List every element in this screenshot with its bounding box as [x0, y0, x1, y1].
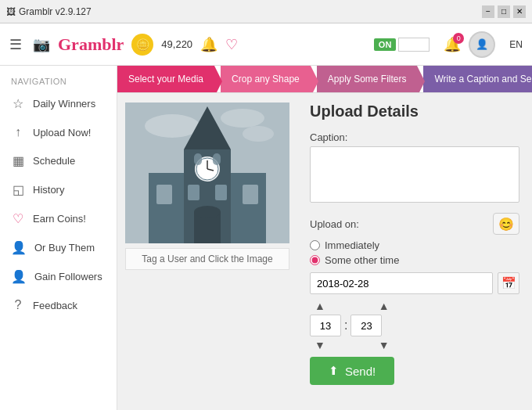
app-icon: 🖼 [6, 6, 16, 17]
titlebar-title: 🖼 Gramblr v2.9.127 [6, 6, 92, 17]
sidebar-item-or-buy-them[interactable]: 👤 Or Buy Them [0, 233, 117, 262]
sidebar-item-daily-winners[interactable]: ☆ Daily Winners [0, 89, 117, 118]
step-3[interactable]: Apply Some Filters [317, 66, 418, 92]
svg-rect-10 [243, 185, 258, 204]
svg-rect-15 [194, 153, 202, 165]
heart-icon[interactable]: 🔔 [200, 36, 217, 53]
coin-icon: 🪙 [131, 34, 153, 56]
time-colon: : [344, 318, 347, 333]
panels: Tag a User and Click the Image Upload De… [117, 93, 532, 410]
instagram-icon: 📷 [33, 36, 50, 53]
radio-immediately[interactable]: Immediately [310, 239, 519, 251]
sidebar: Navigation ☆ Daily Winners ↑ Upload Now!… [0, 66, 117, 410]
hour-up-button[interactable]: ▲ [311, 300, 329, 311]
sidebar-item-label: Schedule [33, 155, 75, 167]
date-row: 📅 [310, 272, 519, 294]
main-layout: Navigation ☆ Daily Winners ↑ Upload Now!… [0, 66, 532, 410]
steps-bar: Select your Media Crop any Shape Apply S… [117, 66, 532, 93]
menu-icon[interactable]: ☰ [9, 36, 22, 53]
upload-on-label: Upload on: [310, 218, 359, 230]
heart-icon2[interactable]: ♡ [225, 36, 238, 53]
titlebar-controls: − □ ✕ [482, 5, 526, 18]
followers-icon: 👤 [11, 269, 27, 284]
bell-badge: 0 [453, 33, 464, 44]
send-icon: ⬆ [329, 364, 339, 378]
sidebar-item-history[interactable]: ◱ History [0, 175, 117, 204]
step-1[interactable]: Select your Media [117, 66, 214, 92]
buy-icon: 👤 [11, 240, 27, 255]
maximize-button[interactable]: □ [498, 5, 510, 18]
calendar-button[interactable]: 📅 [498, 272, 519, 294]
app-logo: Gramblr [58, 34, 124, 55]
minute-down-button[interactable]: ▼ [376, 340, 393, 351]
image-container[interactable] [125, 102, 289, 243]
hour-down-button[interactable]: ▼ [311, 340, 329, 351]
step-1-label: Select your Media [128, 74, 203, 85]
step-2[interactable]: Crop any Shape [221, 66, 311, 92]
svg-rect-7 [156, 185, 172, 204]
svg-rect-16 [213, 153, 221, 165]
app-title: Gramblr v2.9.127 [19, 6, 92, 17]
send-button[interactable]: ⬆ Send! [310, 357, 394, 385]
minimize-button[interactable]: − [482, 5, 494, 18]
sidebar-item-label: Or Buy Them [34, 242, 95, 254]
language-label[interactable]: EN [509, 39, 523, 50]
radio-group: Immediately Some other time [310, 239, 519, 266]
step-2-label: Crop any Shape [232, 74, 300, 85]
svg-rect-9 [215, 185, 227, 200]
avatar[interactable]: 👤 [469, 31, 495, 58]
emoji-button[interactable]: 😊 [493, 213, 519, 235]
svg-point-2 [221, 109, 264, 128]
radio-immediately-input[interactable] [310, 240, 320, 250]
sidebar-item-earn-coins[interactable]: ♡ Earn Coins! [0, 204, 117, 233]
upload-title: Upload Details [310, 102, 519, 120]
titlebar: 🖼 Gramblr v2.9.127 − □ ✕ [0, 0, 532, 23]
history-icon: ◱ [11, 182, 25, 197]
image-caption: Tag a User and Click the Image [125, 248, 289, 270]
step-3-label: Apply Some Filters [328, 74, 407, 85]
date-input[interactable] [310, 272, 493, 294]
sidebar-item-gain-followers[interactable]: 👤 Gain Followers [0, 262, 117, 291]
sidebar-item-label: Upload Now! [33, 127, 91, 138]
caption-textarea[interactable] [310, 146, 519, 203]
minute-up-button[interactable]: ▲ [376, 300, 393, 311]
caption-label: Caption: [310, 131, 519, 143]
svg-point-3 [243, 126, 274, 142]
step-4[interactable]: Write a Caption and Send [423, 66, 532, 92]
svg-rect-8 [188, 185, 200, 200]
hour-input[interactable] [310, 315, 341, 336]
nav-label: Navigation [0, 72, 117, 89]
daily-winners-icon: ☆ [11, 96, 25, 111]
bell-wrapper: 🔔 0 [444, 36, 461, 53]
radio-some-other-time-input[interactable] [310, 255, 320, 265]
flag-input[interactable] [398, 38, 430, 52]
feedback-icon: ? [11, 298, 25, 312]
time-inputs-row: : [310, 315, 382, 336]
sidebar-item-label: Daily Winners [33, 98, 95, 110]
step-4-label: Write a Caption and Send [434, 74, 532, 85]
time-section: ▲ ▲ : ▼ [310, 300, 519, 351]
content-area: Select your Media Crop any Shape Apply S… [117, 66, 532, 410]
sidebar-item-label: Earn Coins! [33, 213, 86, 225]
topbar: ☰ 📷 Gramblr 🪙 49,220 🔔 ♡ ON 🔔 0 👤 EN [0, 23, 532, 66]
sidebar-item-feedback[interactable]: ? Feedback [0, 291, 117, 319]
avatar-icon: 👤 [476, 38, 488, 50]
up-arrows-row: ▲ ▲ [311, 300, 393, 311]
upload-details-panel: Upload Details Caption: Upload on: 😊 Imm… [297, 93, 532, 410]
sidebar-item-label: Feedback [33, 300, 77, 311]
image-panel: Tag a User and Click the Image [117, 93, 297, 410]
sidebar-item-schedule[interactable]: ▦ Schedule [0, 146, 117, 175]
upload-icon: ↑ [11, 125, 25, 139]
schedule-icon: ▦ [11, 153, 25, 168]
sidebar-item-upload-now[interactable]: ↑ Upload Now! [0, 118, 117, 146]
close-button[interactable]: ✕ [513, 5, 526, 18]
flag-on-label[interactable]: ON [374, 38, 397, 51]
minute-input[interactable] [350, 315, 382, 336]
sidebar-item-label: History [33, 184, 64, 196]
flag-toggle-group: ON [374, 38, 430, 52]
upload-on-row: Upload on: 😊 [310, 213, 519, 235]
coin-count: 49,220 [161, 38, 192, 50]
immediately-label: Immediately [325, 239, 379, 251]
radio-some-other-time[interactable]: Some other time [310, 254, 519, 266]
svg-point-18 [194, 206, 221, 218]
